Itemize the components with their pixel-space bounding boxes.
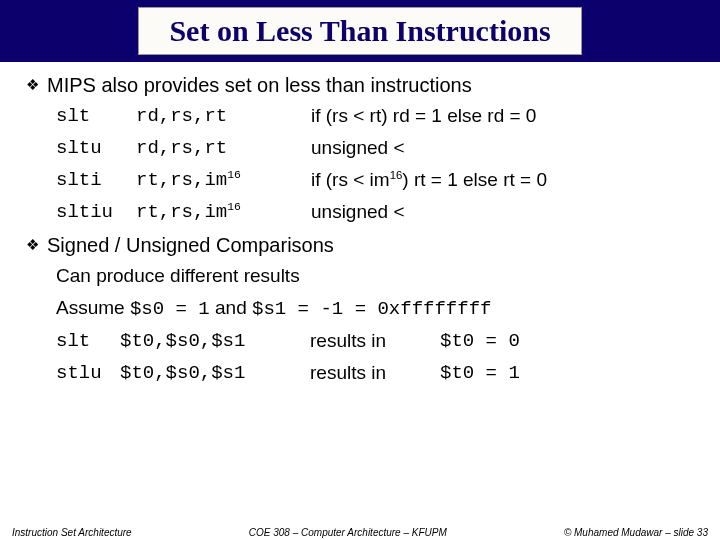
mnemonic: stlu bbox=[56, 362, 120, 384]
args: $t0,$s0,$s1 bbox=[120, 330, 310, 352]
result-value: $t0 = 1 bbox=[440, 362, 520, 384]
desc: if (rs < im16) rt = 1 else rt = 0 bbox=[311, 169, 694, 191]
mnemonic: sltu bbox=[56, 137, 136, 159]
args: rt,rs,im16 bbox=[136, 169, 311, 191]
table-row: stlu $t0,$s0,$s1 results in $t0 = 1 bbox=[56, 362, 694, 384]
results-table: slt $t0,$s0,$s1 results in $t0 = 0 stlu … bbox=[56, 330, 694, 384]
args: $t0,$s0,$s1 bbox=[120, 362, 310, 384]
table-row: sltu rd,rs,rt unsigned < bbox=[56, 137, 694, 159]
instruction-table: slt rd,rs,rt if (rs < rt) rd = 1 else rd… bbox=[56, 105, 694, 224]
bullet-2: ❖ Signed / Unsigned Comparisons bbox=[26, 234, 694, 257]
footer-left: Instruction Set Architecture bbox=[12, 527, 132, 538]
table-row: sltiu rt,rs,im16 unsigned < bbox=[56, 201, 694, 223]
desc: unsigned < bbox=[311, 137, 694, 159]
desc: if (rs < rt) rd = 1 else rd = 0 bbox=[311, 105, 694, 127]
diamond-icon: ❖ bbox=[26, 236, 39, 254]
results-label: results in bbox=[310, 330, 440, 352]
footer-center: COE 308 – Computer Architecture – KFUPM bbox=[249, 527, 447, 538]
table-row: slt $t0,$s0,$s1 results in $t0 = 0 bbox=[56, 330, 694, 352]
args: rt,rs,im16 bbox=[136, 201, 311, 223]
desc: unsigned < bbox=[311, 201, 694, 223]
diamond-icon: ❖ bbox=[26, 76, 39, 94]
table-row: slti rt,rs,im16 if (rs < im16) rt = 1 el… bbox=[56, 169, 694, 191]
slide-footer: Instruction Set Architecture COE 308 – C… bbox=[0, 527, 720, 538]
args: rd,rs,rt bbox=[136, 137, 311, 159]
bullet-1-text: MIPS also provides set on less than inst… bbox=[47, 74, 472, 97]
table-row: slt rd,rs,rt if (rs < rt) rd = 1 else rd… bbox=[56, 105, 694, 127]
result-value: $t0 = 0 bbox=[440, 330, 520, 352]
mnemonic: slti bbox=[56, 169, 136, 191]
title-bar: Set on Less Than Instructions bbox=[0, 0, 720, 62]
results-label: results in bbox=[310, 362, 440, 384]
bullet-1: ❖ MIPS also provides set on less than in… bbox=[26, 74, 694, 97]
sub-line-1: Can produce different results bbox=[56, 265, 694, 287]
slide-content: ❖ MIPS also provides set on less than in… bbox=[0, 62, 720, 384]
slide-title: Set on Less Than Instructions bbox=[138, 7, 581, 55]
mnemonic: slt bbox=[56, 330, 120, 352]
mnemonic: slt bbox=[56, 105, 136, 127]
bullet-2-text: Signed / Unsigned Comparisons bbox=[47, 234, 334, 257]
args: rd,rs,rt bbox=[136, 105, 311, 127]
footer-right: © Muhamed Mudawar – slide 33 bbox=[564, 527, 708, 538]
mnemonic: sltiu bbox=[56, 201, 136, 223]
sub-line-2: Assume $s0 = 1 and $s1 = -1 = 0xffffffff bbox=[56, 297, 694, 320]
